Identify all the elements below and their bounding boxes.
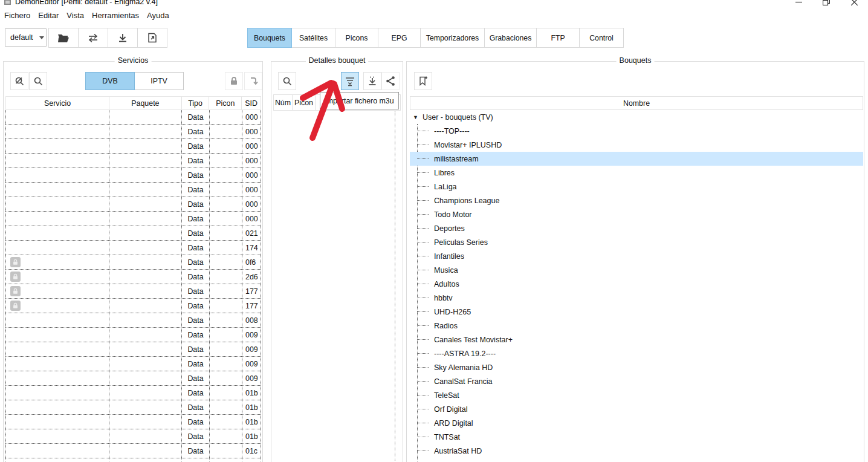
- bouquet-root-row[interactable]: ▼ User - bouquets (TV): [410, 110, 863, 124]
- service-row[interactable]: Data01b: [5, 415, 261, 429]
- bouquet-item[interactable]: Canales Test Movistar+: [410, 333, 863, 346]
- column-header-sid[interactable]: SID: [242, 97, 261, 109]
- bouquet-item[interactable]: Orf Digital: [410, 402, 863, 416]
- tab-bouquets[interactable]: Bouquets: [247, 28, 292, 48]
- bouquet-item[interactable]: Deportes: [410, 221, 863, 235]
- menu-item-editar[interactable]: Editar: [37, 10, 59, 21]
- close-button[interactable]: [840, 0, 868, 7]
- service-row[interactable]: Data000: [5, 154, 261, 168]
- open-data-button[interactable]: [48, 28, 79, 48]
- bouquet-item[interactable]: AustriaSat HD: [410, 444, 863, 458]
- bouquet-item[interactable]: ----TOP----: [410, 124, 863, 138]
- column-header-paquete[interactable]: Paquete: [109, 97, 181, 109]
- service-row[interactable]: Data009: [5, 342, 261, 357]
- service-row[interactable]: Data177: [5, 299, 261, 313]
- service-row[interactable]: Data01b: [5, 429, 261, 444]
- bouquet-item[interactable]: Champions League: [410, 194, 863, 207]
- type-cell: Data: [182, 139, 210, 153]
- bouquet-item[interactable]: UHD-H265: [410, 305, 863, 319]
- tab-epg[interactable]: EPG: [378, 28, 421, 48]
- search-services-button[interactable]: [29, 72, 47, 90]
- service-row[interactable]: Data01b: [5, 386, 261, 400]
- bouquet-item[interactable]: LaLiga: [410, 180, 863, 194]
- bouquet-item[interactable]: ARD Digital: [410, 416, 863, 430]
- import-m3u-button[interactable]: [341, 72, 359, 90]
- column-header-servicio[interactable]: Servicio: [6, 97, 109, 109]
- share-icon: [385, 76, 396, 86]
- bouquet-item[interactable]: Todo Motor: [410, 207, 863, 221]
- service-row[interactable]: Data000: [5, 168, 261, 183]
- bouquet-item[interactable]: Sky Alemania HD: [410, 360, 863, 374]
- service-row[interactable]: Data021: [5, 226, 261, 241]
- column-header-picon[interactable]: Picon: [293, 95, 316, 110]
- bouquet-item[interactable]: Adultos: [410, 277, 863, 291]
- lock-service-button[interactable]: [225, 72, 243, 90]
- service-row[interactable]: Data000: [5, 139, 261, 154]
- bouquets-column-header[interactable]: Nombre: [410, 96, 863, 110]
- tab-grabaciones[interactable]: Grabaciones: [484, 28, 537, 48]
- share-button[interactable]: [381, 72, 400, 90]
- bouquet-item[interactable]: Peliculas Series: [410, 235, 863, 249]
- restore-button[interactable]: [812, 0, 840, 7]
- service-row[interactable]: Data177: [5, 284, 261, 299]
- service-row[interactable]: Data174: [5, 241, 261, 255]
- package-cell: [109, 299, 182, 313]
- dvb-toggle-button[interactable]: DVB: [85, 72, 135, 90]
- iptv-toggle-button[interactable]: IPTV: [134, 72, 184, 90]
- download-details-button[interactable]: [363, 72, 381, 90]
- package-cell: [109, 125, 182, 138]
- tree-branch-line: [417, 200, 429, 201]
- send-file-button[interactable]: [137, 28, 167, 48]
- tab-ftp[interactable]: FTP: [536, 28, 580, 48]
- tab-temporizadores[interactable]: Temporizadores: [420, 28, 485, 48]
- assign-service-button[interactable]: [244, 72, 262, 90]
- service-row[interactable]: Data01b: [5, 400, 261, 415]
- bouquet-item[interactable]: milistastream: [410, 152, 863, 166]
- column-header-picon[interactable]: Picon: [209, 97, 242, 109]
- column-header-núm[interactable]: Núm: [274, 95, 293, 110]
- clear-filter-button[interactable]: [10, 72, 28, 90]
- service-row[interactable]: Data009: [5, 371, 261, 386]
- service-row[interactable]: Data000: [5, 110, 261, 125]
- service-row[interactable]: Data008: [5, 313, 261, 328]
- service-row[interactable]: Data000: [5, 197, 261, 212]
- bouquet-item[interactable]: Radios: [410, 319, 863, 333]
- bouquet-item[interactable]: TeleSat: [410, 388, 863, 402]
- column-header-tipo[interactable]: Tipo: [182, 97, 210, 109]
- service-row[interactable]: [5, 458, 261, 462]
- package-cell: [109, 415, 182, 429]
- bouquet-item[interactable]: TNTSat: [410, 430, 863, 444]
- bouquet-item[interactable]: CanalSat Francia: [410, 374, 863, 388]
- service-row[interactable]: Data0f6: [5, 255, 261, 270]
- tab-satélites[interactable]: Satélites: [291, 28, 335, 48]
- service-row[interactable]: Data000: [5, 212, 261, 226]
- menu-item-ayuda[interactable]: Ayuda: [146, 10, 170, 21]
- bouquet-item[interactable]: hbbtv: [410, 291, 863, 305]
- bouquet-item[interactable]: ----ASTRA 19.2----: [410, 346, 863, 360]
- service-row[interactable]: Data009: [5, 328, 261, 342]
- download-button[interactable]: [108, 28, 138, 48]
- details-column-gridline: [395, 111, 395, 461]
- minimize-button[interactable]: [785, 0, 812, 7]
- service-row[interactable]: Data01c: [5, 444, 261, 458]
- expander-icon[interactable]: ▼: [413, 114, 420, 120]
- bouquet-item[interactable]: Movistar+ IPLUSHD: [410, 138, 863, 152]
- menu-item-herramientas[interactable]: Herramientas: [91, 10, 140, 21]
- bouquet-item[interactable]: Libres: [410, 166, 863, 180]
- bouquet-item[interactable]: Canal Digitaal: [410, 458, 863, 462]
- service-row[interactable]: Data000: [5, 125, 261, 139]
- bouquet-item[interactable]: Musica: [410, 263, 863, 277]
- service-row[interactable]: Data000: [5, 183, 261, 197]
- search-details-button[interactable]: [278, 72, 296, 90]
- tab-control[interactable]: Control: [579, 28, 624, 48]
- service-row[interactable]: Data009: [5, 357, 261, 371]
- bouquet-item[interactable]: Infantiles: [410, 249, 863, 263]
- menu-item-vista[interactable]: Vista: [66, 10, 85, 21]
- profile-selector[interactable]: default: [5, 28, 47, 47]
- new-bouquet-button[interactable]: [414, 72, 432, 90]
- tab-picons[interactable]: Picons: [335, 28, 378, 48]
- menu-item-fichero[interactable]: Fichero: [4, 10, 31, 21]
- transfer-button[interactable]: [78, 28, 108, 48]
- type-cell: Data: [182, 168, 210, 182]
- service-row[interactable]: Data2d6: [5, 270, 261, 284]
